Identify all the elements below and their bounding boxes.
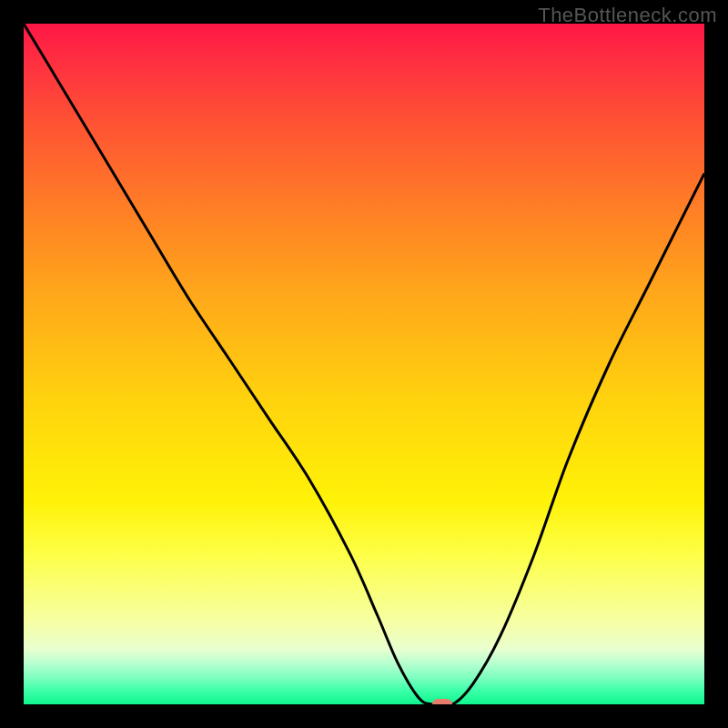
- chart-frame: TheBottleneck.com: [0, 0, 728, 728]
- bottleneck-curve: [24, 24, 704, 704]
- optimal-point-marker: [432, 699, 452, 704]
- watermark-text: TheBottleneck.com: [538, 4, 717, 27]
- bottleneck-curve-path: [24, 24, 704, 704]
- plot-area: [24, 24, 704, 704]
